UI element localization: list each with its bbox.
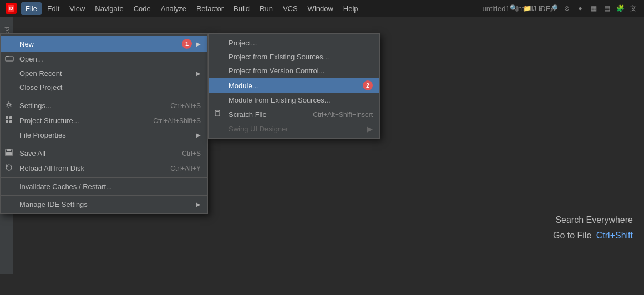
file-menu-reload[interactable]: Reload All from Disk Ctrl+Alt+Y [1, 161, 207, 176]
new-submenu-proj-existing-label: Project from Existing Sources... [229, 53, 373, 61]
manage-ide-arrow-icon: ▶ [196, 201, 201, 207]
search-everywhere-label: Search Everywhere [553, 215, 633, 225]
svg-rect-11 [6, 152, 12, 155]
file-menu-save-all[interactable]: Save All Ctrl+S [1, 146, 207, 161]
new-submenu-project-label: Project... [229, 39, 373, 47]
search-titlebar-icon[interactable]: 🔍 [509, 3, 519, 13]
translate-titlebar-icon[interactable]: 文 [628, 3, 638, 13]
menu-bar: File Edit View Navigate Code Analyze Ref… [21, 2, 363, 15]
file-menu-reload-label: Reload All from Disk [19, 164, 159, 172]
puzzle-titlebar-icon[interactable]: 🧩 [615, 3, 625, 13]
monitor-titlebar-icon[interactable]: 🖥 [535, 3, 545, 13]
new-badge: 1 [182, 39, 192, 49]
file-menu-settings-label: Settings... [19, 101, 159, 110]
file-menu-settings[interactable]: Settings... Ctrl+Alt+S [1, 98, 207, 113]
menu-run[interactable]: Run [255, 2, 277, 15]
grid2-titlebar-icon[interactable]: ▤ [602, 3, 612, 13]
menu-file[interactable]: File [21, 2, 42, 15]
file-menu-open-recent-label: Open Recent [19, 69, 192, 78]
menu-view[interactable]: View [65, 2, 89, 15]
new-submenu-scratch-label: Scratch File [229, 110, 313, 119]
dot-titlebar-icon[interactable]: ● [575, 3, 585, 13]
menu-navigate[interactable]: Navigate [90, 2, 128, 15]
file-menu-manage-ide-label: Manage IDE Settings [19, 200, 192, 208]
separator-4 [1, 195, 207, 196]
file-menu-invalidate-label: Invalidate Caches / Restart... [19, 182, 201, 191]
swing-arrow-icon: ▶ [367, 125, 373, 133]
file-menu-open-label: Open... [19, 55, 201, 63]
file-menu-new[interactable]: New 1 ▶ [1, 36, 207, 52]
file-menu-invalidate[interactable]: Invalidate Caches / Restart... [1, 180, 207, 194]
main-content: 1: Project New 1 ▶ Open... Open Recent [0, 17, 644, 274]
titlebar-action-icons: 🔍 📁 🖥 🔎 ⊘ ● ▦ ▤ 🧩 文 [509, 3, 638, 13]
save-all-shortcut: Ctrl+S [182, 150, 201, 157]
titlebar: IJ File Edit View Navigate Code Analyze … [0, 0, 644, 17]
new-submenu-proj-existing[interactable]: Project from Existing Sources... [209, 50, 379, 64]
project-structure-icon [5, 116, 16, 125]
svg-text:IJ: IJ [9, 6, 13, 11]
reload-shortcut: Ctrl+Alt+Y [170, 165, 201, 172]
magnify-titlebar-icon[interactable]: 🔎 [549, 3, 559, 13]
folder-titlebar-icon[interactable]: 📁 [522, 3, 532, 13]
svg-rect-14 [216, 113, 219, 113]
svg-rect-6 [9, 116, 12, 119]
new-submenu-proj-vcs-label: Project from Version Control... [229, 67, 373, 75]
menu-help[interactable]: Help [339, 2, 363, 15]
goto-file-shortcut: Ctrl+Shift [596, 231, 633, 240]
new-submenu-swing[interactable]: Swing UI Designer ▶ [209, 122, 379, 136]
new-submenu-swing-label: Swing UI Designer [229, 125, 367, 133]
menu-window[interactable]: Window [303, 2, 338, 15]
menu-code[interactable]: Code [129, 2, 155, 15]
separator-3 [1, 177, 207, 178]
file-menu-save-all-label: Save All [19, 149, 171, 157]
new-submenu-module[interactable]: Module... 2 [209, 78, 379, 93]
reload-icon [5, 164, 16, 173]
grid-titlebar-icon[interactable]: ▦ [589, 3, 599, 13]
file-menu-open[interactable]: Open... [1, 52, 207, 67]
file-menu-project-structure[interactable]: Project Structure... Ctrl+Alt+Shift+S [1, 113, 207, 128]
file-menu-new-label: New [19, 40, 178, 48]
open-icon [5, 54, 16, 64]
settings-shortcut: Ctrl+Alt+S [170, 102, 201, 110]
open-recent-arrow-icon: ▶ [196, 70, 201, 77]
file-menu-close-project-label: Close Project [19, 83, 201, 91]
separator-1 [1, 96, 207, 96]
settings-icon [5, 101, 16, 110]
svg-rect-10 [7, 149, 11, 151]
file-menu-file-properties[interactable]: File Properties ▶ [1, 128, 207, 142]
block-titlebar-icon[interactable]: ⊘ [562, 3, 572, 13]
module-badge: 2 [363, 80, 373, 90]
scratch-shortcut: Ctrl+Alt+Shift+Insert [313, 111, 373, 119]
svg-rect-3 [6, 57, 13, 61]
menu-refactor[interactable]: Refactor [192, 2, 228, 15]
file-menu-file-properties-label: File Properties [19, 131, 192, 139]
new-arrow-icon: ▶ [196, 41, 201, 47]
new-submenu-module-existing[interactable]: Module from Existing Sources... [209, 93, 379, 107]
svg-rect-7 [6, 120, 8, 123]
file-menu-open-recent[interactable]: Open Recent ▶ [1, 67, 207, 80]
new-submenu-dropdown: Project... Project from Existing Sources… [208, 33, 380, 139]
save-all-icon [5, 149, 16, 158]
menu-edit[interactable]: Edit [43, 2, 64, 15]
file-menu-close-project[interactable]: Close Project [1, 80, 207, 94]
file-menu-manage-ide[interactable]: Manage IDE Settings ▶ [1, 197, 207, 211]
scratch-file-icon [214, 110, 225, 119]
new-submenu-project[interactable]: Project... [209, 36, 379, 50]
file-menu-dropdown: New 1 ▶ Open... Open Recent ▶ Close Proj… [0, 33, 208, 214]
goto-file-label: Go to File Ctrl+Shift [553, 231, 633, 241]
bottom-right-search: Search Everywhere Go to File Ctrl+Shift [553, 215, 633, 241]
svg-rect-13 [216, 111, 219, 112]
menu-analyze[interactable]: Analyze [156, 2, 191, 15]
file-menu-project-structure-label: Project Structure... [19, 116, 142, 125]
project-structure-shortcut: Ctrl+Alt+Shift+S [153, 117, 201, 125]
menu-build[interactable]: Build [229, 2, 254, 15]
new-submenu-module-label: Module... [229, 82, 358, 90]
app-logo: IJ [6, 3, 17, 14]
new-submenu-proj-vcs[interactable]: Project from Version Control... [209, 64, 379, 78]
svg-rect-5 [6, 116, 8, 119]
separator-2 [1, 144, 207, 144]
new-submenu-scratch[interactable]: Scratch File Ctrl+Alt+Shift+Insert [209, 107, 379, 122]
file-properties-arrow-icon: ▶ [196, 132, 201, 138]
svg-point-4 [8, 104, 11, 106]
menu-vcs[interactable]: VCS [278, 2, 302, 15]
